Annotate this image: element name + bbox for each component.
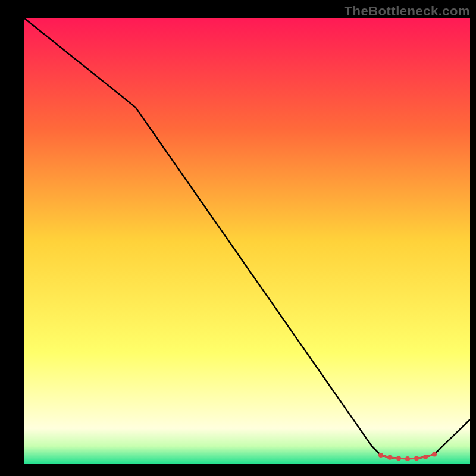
watermark: TheBottleneck.com xyxy=(345,4,470,19)
marker-point xyxy=(387,455,392,460)
chart-svg xyxy=(0,0,476,476)
marker-point xyxy=(405,456,410,461)
marker-point xyxy=(432,452,437,457)
marker-point xyxy=(414,456,419,461)
marker-point xyxy=(378,453,383,458)
marker-point xyxy=(396,456,401,461)
chart-container: TheBottleneck.com xyxy=(0,0,476,476)
plot-area xyxy=(24,18,470,464)
marker-point xyxy=(423,455,428,459)
